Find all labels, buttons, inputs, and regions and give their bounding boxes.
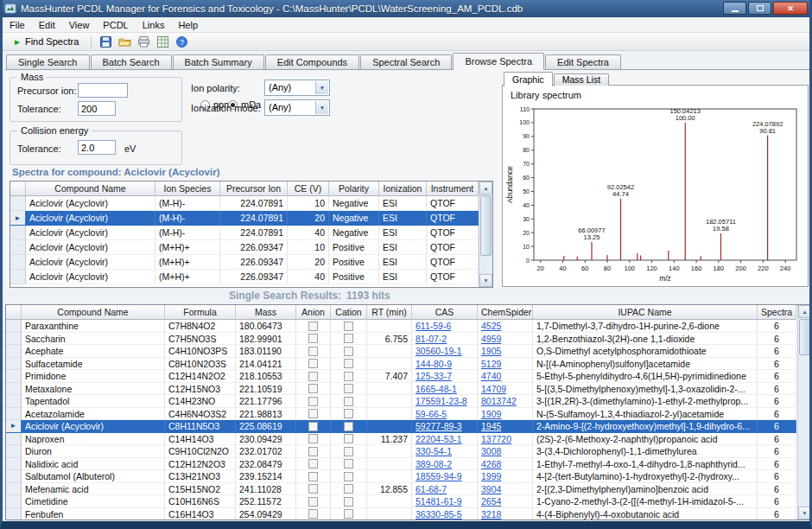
chemspider-link[interactable]: 3008 [481, 446, 501, 456]
chemspider-link[interactable]: 3218 [481, 509, 501, 519]
menu-help[interactable]: Help [171, 17, 205, 33]
row-selector[interactable] [6, 458, 22, 471]
row-selector[interactable] [10, 270, 26, 284]
tab-edit-spectra[interactable]: Edit Spectra [545, 54, 621, 69]
row-selector[interactable] [6, 370, 22, 383]
row-selector[interactable]: ► [6, 420, 22, 433]
row-selector[interactable] [6, 345, 22, 358]
scroll-down-icon[interactable]: ▼ [798, 507, 811, 519]
row-selector[interactable] [6, 508, 22, 520]
find-spectra-button[interactable]: ► Find Spectra [8, 35, 84, 48]
chemspider-link[interactable]: 4959 [481, 334, 501, 344]
cas-link[interactable]: 389-08-2 [416, 459, 452, 469]
cas-link[interactable]: 611-59-6 [416, 321, 451, 331]
cas-link[interactable]: 59-66-5 [416, 409, 447, 419]
chemspider-link[interactable]: 8013742 [481, 396, 517, 406]
chemspider-link[interactable]: 1999 [481, 471, 501, 481]
cas-link[interactable]: 59277-89-3 [416, 421, 462, 431]
table-row[interactable]: Aciclovir (Acyclovir)(M+H)+226.0934740Po… [10, 270, 479, 284]
tab-edit-compounds[interactable]: Edit Compounds [265, 54, 359, 69]
ce-tolerance-input[interactable] [78, 140, 116, 155]
column-header[interactable]: ChemSpider [478, 305, 533, 320]
minimize-button[interactable] [723, 2, 746, 15]
menu-edit[interactable]: Edit [32, 17, 62, 33]
table-row[interactable]: CimetidineC10H16N6S252.1157251481-61-926… [6, 495, 797, 508]
column-header[interactable]: Formula [165, 305, 236, 320]
row-selector[interactable] [6, 320, 22, 333]
chemspider-link[interactable]: 5129 [481, 359, 501, 369]
cas-link[interactable]: 36330-85-5 [416, 509, 462, 519]
row-selector[interactable] [6, 433, 22, 446]
tab-mass-list[interactable]: Mass List [554, 73, 609, 86]
table-row[interactable]: AcetazolamideC4H6N4O3S2221.9881359-66-51… [6, 408, 797, 421]
tab-browse-spectra[interactable]: Browse Spectra [453, 53, 544, 70]
column-header[interactable]: Ion Species [155, 182, 220, 196]
open-folder-icon[interactable] [117, 35, 131, 48]
row-selector[interactable] [10, 240, 26, 255]
column-header[interactable]: Spectra [758, 305, 796, 320]
chemspider-link[interactable]: 1945 [481, 421, 501, 431]
row-selector[interactable] [6, 358, 22, 371]
menu-pcdl[interactable]: PCDL [96, 17, 135, 33]
cas-link[interactable]: 175591-23-8 [416, 396, 467, 406]
tab-batch-summary[interactable]: Batch Summary [173, 54, 264, 69]
ion-polarity-select[interactable]: (Any) ▼ [264, 80, 330, 96]
table-row[interactable]: MetaxaloneC12H15NO3221.105191665-48-1147… [6, 383, 797, 396]
row-selector[interactable] [10, 196, 26, 211]
scrollbar-thumb[interactable] [480, 195, 492, 256]
scroll-up-icon[interactable]: ▲ [479, 182, 492, 194]
column-header[interactable]: CAS [412, 305, 478, 320]
chemspider-link[interactable]: 4525 [481, 321, 501, 331]
table-row[interactable]: ParaxanthineC7H8N4O2180.06473611-59-6452… [6, 320, 797, 333]
table-row[interactable]: Salbutamol (Albuterol)C13H21NO3239.15214… [6, 470, 797, 483]
table-row[interactable]: Aciclovir (Acyclovir)(M-H)-224.0789140Ne… [10, 226, 479, 240]
column-header[interactable]: Instrument [427, 182, 479, 196]
table-row[interactable]: ►Aciclovir (Acyclovir)C8H11N5O3225.08619… [6, 420, 797, 433]
results-table-scrollbar[interactable]: ▲ ▼ [797, 305, 811, 519]
row-selector[interactable] [6, 383, 22, 396]
chemspider-link[interactable]: 1909 [481, 409, 501, 419]
chemspider-link[interactable]: 2654 [481, 496, 501, 507]
menu-file[interactable]: File [3, 17, 32, 33]
row-selector[interactable] [6, 470, 22, 483]
scrollbar-thumb[interactable] [799, 319, 810, 355]
scroll-up-icon[interactable]: ▲ [798, 305, 811, 318]
column-header[interactable]: IUPAC Name [533, 305, 758, 320]
help-icon[interactable]: ? [174, 35, 188, 48]
menu-view[interactable]: View [62, 17, 97, 33]
column-header[interactable]: Polarity [329, 182, 379, 196]
chemspider-link[interactable]: 3904 [481, 484, 501, 494]
table-row[interactable]: Aciclovir (Acyclovir)(M+H)+226.0934710Po… [10, 240, 479, 255]
titlebar[interactable]: MassHunter PCDL Manager for Forensics an… [0, 0, 812, 17]
row-selector[interactable] [6, 495, 22, 508]
cas-link[interactable]: 22204-53-1 [416, 434, 462, 444]
ionization-mode-select[interactable]: (Any) ▼ [264, 99, 330, 116]
row-selector[interactable] [6, 395, 22, 408]
row-selector[interactable] [6, 408, 22, 421]
tolerance-input[interactable] [78, 101, 116, 116]
cas-link[interactable]: 125-33-7 [416, 371, 452, 381]
table-row[interactable]: SaccharinC7H5NO3S182.999016.75581-07-249… [6, 333, 797, 346]
maximize-button[interactable] [748, 2, 771, 15]
chemspider-link[interactable]: 137720 [481, 434, 511, 444]
column-header[interactable]: Compound Name [26, 182, 155, 196]
tab-spectral-search[interactable]: Spectral Search [360, 54, 452, 69]
table-row[interactable]: SulfacetamideC8H10N2O3S214.04121144-80-9… [6, 358, 797, 371]
table-row[interactable]: Nalidixic acidC12H12N2O3232.08479389-08-… [6, 458, 797, 471]
print-icon[interactable] [136, 35, 150, 48]
cas-link[interactable]: 18559-94-9 [416, 471, 462, 481]
table-row[interactable]: Mefenamic acidC15H15NO2241.1102812.85561… [6, 483, 797, 496]
row-selector[interactable] [10, 255, 26, 270]
table-row[interactable]: NaproxenC14H14O3230.0942911.23722204-53-… [6, 433, 797, 446]
tab-single-search[interactable]: Single Search [6, 54, 90, 69]
table-row[interactable]: Aciclovir (Acyclovir)(M-H)-224.0789110Ne… [10, 196, 479, 211]
column-header[interactable]: Precursor Ion [220, 182, 288, 196]
column-header[interactable]: Anion [296, 305, 331, 320]
tab-batch-search[interactable]: Batch Search [91, 54, 172, 69]
cas-link[interactable]: 30560-19-1 [416, 346, 462, 356]
column-header[interactable]: Ionization [379, 182, 427, 196]
save-icon[interactable] [98, 35, 112, 48]
table-row[interactable]: FenbufenC16H14O3254.0942936330-85-532184… [6, 508, 797, 520]
precursor-ion-input[interactable] [78, 83, 128, 98]
cas-link[interactable]: 330-54-1 [416, 446, 452, 456]
